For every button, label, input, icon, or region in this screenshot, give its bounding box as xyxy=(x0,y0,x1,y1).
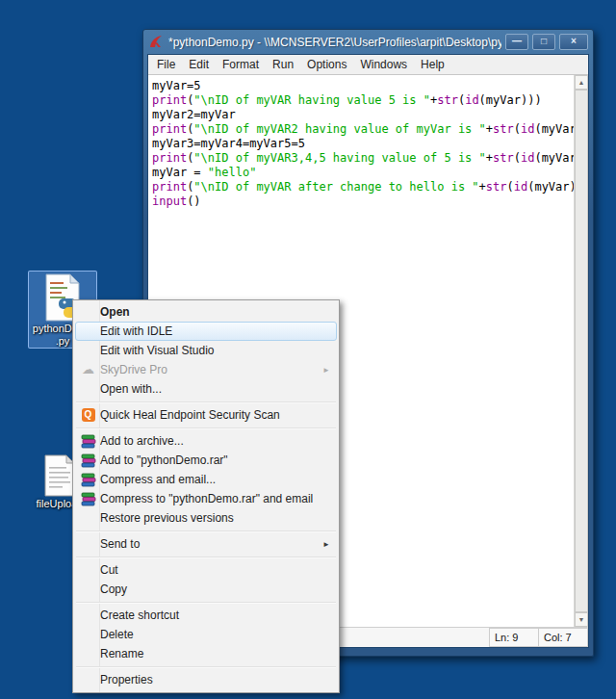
menu-item-add-to-pythondemo-rar[interactable]: Add to "pythonDemo.rar" xyxy=(75,451,337,470)
menu-format[interactable]: Format xyxy=(216,56,266,73)
menu-item-delete[interactable]: Delete xyxy=(75,625,337,644)
menu-item-label: Cut xyxy=(100,563,336,577)
minimize-button[interactable]: — xyxy=(505,34,528,50)
cloud-icon-cell: ☁ xyxy=(76,363,100,376)
winrar-archive-icon xyxy=(76,453,100,468)
submenu-arrow-icon: ► xyxy=(322,540,336,549)
menu-item-open-with[interactable]: Open with... xyxy=(75,379,337,399)
menu-item-label: Edit with Visual Studio xyxy=(100,344,336,357)
scroll-down-arrow-icon[interactable]: ▼ xyxy=(575,612,588,627)
menu-item-label: Compress and email... xyxy=(100,473,336,486)
menu-separator xyxy=(75,554,337,560)
tk-feather-icon xyxy=(148,35,164,49)
code-line: input() xyxy=(152,194,574,209)
quick-heal-icon: Q xyxy=(82,408,95,422)
context-menu: OpenEdit with IDLEEdit with Visual Studi… xyxy=(72,299,340,693)
winrar-archive-icon xyxy=(76,492,100,506)
menu-item-label: Create shortcut xyxy=(100,608,336,622)
menu-item-skydrive-pro: ☁SkyDrive Pro► xyxy=(75,360,337,379)
menu-separator xyxy=(75,399,337,405)
scroll-up-arrow-icon[interactable]: ▲ xyxy=(575,75,588,90)
menu-item-label: Restore previous versions xyxy=(100,511,336,525)
status-line-number: Ln: 9 xyxy=(489,628,539,647)
menu-file[interactable]: File xyxy=(150,56,182,73)
status-column-number: Col: 7 xyxy=(538,628,588,647)
menu-item-label: Add to "pythonDemo.rar" xyxy=(100,453,336,467)
menu-separator xyxy=(75,425,337,431)
code-line: print("\nID of myVAR2 having value of my… xyxy=(152,122,574,137)
menu-item-restore-previous-versions[interactable]: Restore previous versions xyxy=(75,508,337,528)
menu-item-create-shortcut[interactable]: Create shortcut xyxy=(75,606,337,625)
menu-item-cut[interactable]: Cut xyxy=(75,560,337,580)
menu-item-label: Open xyxy=(100,305,336,319)
menu-item-add-to-archive[interactable]: Add to archive... xyxy=(75,431,337,451)
code-line: myVar = "hello" xyxy=(152,166,574,180)
menu-item-label: Delete xyxy=(100,628,336,641)
menu-separator xyxy=(75,528,337,534)
submenu-arrow-icon: ► xyxy=(322,366,336,375)
code-line: print("\nID of myVAR after change to hel… xyxy=(152,180,574,194)
menu-item-label: Edit with IDLE xyxy=(100,324,336,338)
menu-run[interactable]: Run xyxy=(266,56,300,73)
menu-item-label: Open with... xyxy=(100,382,336,396)
menu-item-label: Add to archive... xyxy=(100,434,336,448)
winrar-archive-icon xyxy=(76,434,100,449)
menu-separator xyxy=(75,663,337,670)
code-line: myVar=5 xyxy=(152,79,574,93)
menu-windows[interactable]: Windows xyxy=(353,56,414,73)
menu-options[interactable]: Options xyxy=(300,56,353,73)
menu-item-properties[interactable]: Properties xyxy=(75,670,337,689)
menu-item-quick-heal-endpoint-security-scan[interactable]: QQuick Heal Endpoint Security Scan xyxy=(75,405,337,425)
menu-help[interactable]: Help xyxy=(414,56,451,73)
code-line: myVar3=myVar4=myVar5=5 xyxy=(152,137,574,151)
menu-item-label: Properties xyxy=(100,673,336,686)
quickheal-icon-cell: Q xyxy=(76,408,100,422)
scrollbar-thumb[interactable] xyxy=(575,90,588,612)
idle-menu-bar: FileEditFormatRunOptionsWindowsHelp xyxy=(148,55,588,74)
code-line: print("\nID of myVAR3,4,5 having value o… xyxy=(152,151,574,166)
window-title: *pythonDemo.py - \\MCNSERVER2\UserProfil… xyxy=(168,36,501,49)
menu-item-open[interactable]: Open xyxy=(75,302,337,322)
menu-item-edit-with-visual-studio[interactable]: Edit with Visual Studio xyxy=(75,341,337,360)
close-button[interactable]: × xyxy=(559,34,588,50)
menu-item-label: Send to xyxy=(100,537,322,551)
menu-item-label: Copy xyxy=(100,582,336,596)
menu-item-compress-and-email[interactable]: Compress and email... xyxy=(75,470,337,489)
menu-separator xyxy=(75,599,337,606)
menu-item-edit-with-idle[interactable]: Edit with IDLE xyxy=(75,322,337,341)
menu-item-label: Rename xyxy=(100,647,336,660)
title-bar[interactable]: *pythonDemo.py - \\MCNSERVER2\UserProfil… xyxy=(143,30,593,54)
cloud-icon: ☁ xyxy=(82,363,94,376)
menu-item-send-to[interactable]: Send to► xyxy=(75,534,337,554)
menu-item-label: SkyDrive Pro xyxy=(100,363,322,376)
menu-item-label: Quick Heal Endpoint Security Scan xyxy=(100,408,336,422)
maximize-button[interactable]: □ xyxy=(532,34,555,50)
code-line: myVar2=myVar xyxy=(152,108,574,122)
winrar-archive-icon xyxy=(76,473,100,487)
vertical-scrollbar[interactable]: ▲ ▼ xyxy=(574,75,588,627)
menu-item-compress-to-pythondemo-rar-and-email[interactable]: Compress to "pythonDemo.rar" and email xyxy=(75,489,337,508)
menu-item-label: Compress to "pythonDemo.rar" and email xyxy=(100,492,336,505)
menu-item-copy[interactable]: Copy xyxy=(75,580,337,599)
menu-edit[interactable]: Edit xyxy=(182,56,216,73)
menu-item-rename[interactable]: Rename xyxy=(75,644,337,663)
code-line: print("\nID of myVAR having value 5 is "… xyxy=(152,93,574,108)
